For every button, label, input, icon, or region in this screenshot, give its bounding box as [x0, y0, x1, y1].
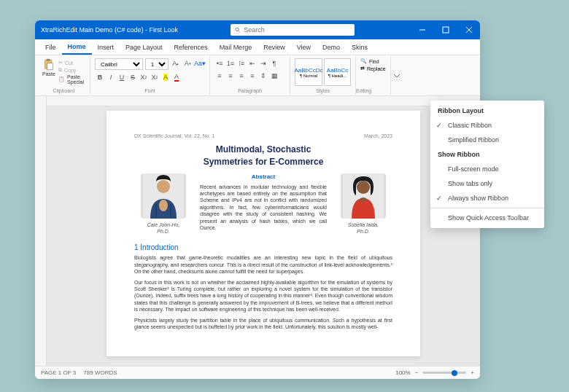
- page-indicator[interactable]: PAGE 1 OF 3: [41, 369, 76, 376]
- menu-tabs-only[interactable]: Show tabs only: [430, 176, 544, 191]
- group-label: Font: [90, 88, 209, 93]
- copy-button[interactable]: ⧉Copy: [58, 67, 85, 73]
- svg-point-13: [357, 181, 370, 194]
- paragraph: Biologists agree that game-theoretic mod…: [134, 254, 392, 275]
- menu-always-show[interactable]: Always show Ribbon: [430, 191, 544, 205]
- align-left-button[interactable]: ≡: [214, 71, 225, 81]
- svg-point-14: [360, 197, 367, 202]
- author-2: Sobella Iaida, Ph.D.: [334, 173, 392, 235]
- menu-references[interactable]: References: [169, 41, 214, 54]
- titlebar: XtraRichEdit Main Demo (C# code) - First…: [35, 20, 480, 39]
- zoom-out-button[interactable]: −: [415, 369, 419, 376]
- paste-button[interactable]: Paste: [42, 58, 55, 85]
- align-justify-button[interactable]: ≡: [247, 71, 258, 81]
- paragraph: Physicists largely study the partition t…: [134, 317, 392, 331]
- horizontal-ruler[interactable]: [47, 96, 480, 106]
- group-styles: AaBbCcDc ¶ Normal AaBbCc ¶ Headi... Styl…: [290, 57, 356, 94]
- menu-mail-merge[interactable]: Mail Merge: [214, 41, 258, 54]
- find-icon: 🔍: [360, 58, 367, 64]
- zoom-in-button[interactable]: +: [471, 369, 474, 376]
- search-input[interactable]: [244, 26, 350, 34]
- menu-demo[interactable]: Demo: [317, 41, 346, 54]
- window-title: XtraRichEdit Main Demo (C# code) - First…: [41, 26, 187, 34]
- pilcrow-button[interactable]: ¶: [269, 58, 279, 68]
- line-spacing-button[interactable]: ⇕: [258, 71, 268, 81]
- italic-button[interactable]: I: [106, 72, 116, 82]
- numbering-button[interactable]: 1≡: [225, 58, 236, 68]
- statusbar: PAGE 1 OF 3 789 WORDS 100% − +: [35, 366, 480, 379]
- align-center-button[interactable]: ≡: [225, 71, 236, 81]
- cut-button[interactable]: ✂Cut: [58, 60, 85, 66]
- replace-icon: ⇄: [360, 66, 365, 71]
- menu-skins[interactable]: Skins: [346, 41, 373, 54]
- menu-show-qat[interactable]: Show Quick Access Toolbar: [430, 211, 544, 225]
- document-area: DX Scientific Journal, Vol. 22, No. 1 Ma…: [35, 96, 480, 366]
- maximize-button[interactable]: [441, 25, 451, 35]
- strike-button[interactable]: S: [128, 72, 138, 82]
- search-icon: [235, 27, 241, 34]
- menu-insert[interactable]: Insert: [92, 41, 120, 54]
- close-button[interactable]: [464, 25, 474, 35]
- indent-button[interactable]: ⇥: [258, 58, 268, 68]
- svg-point-10: [157, 180, 170, 193]
- align-right-button[interactable]: ≡: [236, 71, 247, 81]
- group-font: Calibri 12 A▴ A▾ Aa▾ B I U S X2 X2 A A F…: [90, 57, 210, 94]
- menu-file[interactable]: File: [39, 41, 62, 54]
- underline-button[interactable]: U: [117, 72, 127, 82]
- section-heading: 1 Introduction: [134, 243, 392, 253]
- outdent-button[interactable]: ⇤: [247, 58, 258, 68]
- superscript-button[interactable]: X2: [150, 72, 160, 82]
- menu-view[interactable]: View: [291, 41, 317, 54]
- menu-home[interactable]: Home: [62, 40, 92, 55]
- menu-fullscreen[interactable]: Full-screen mode: [430, 162, 544, 176]
- ribbon: Paste ✂Cut ⧉Copy 📋Paste Special Clipboar…: [35, 55, 480, 96]
- find-button[interactable]: 🔍Find: [360, 58, 386, 64]
- menu-heading: Ribbon Layout: [430, 103, 544, 118]
- zoom-slider[interactable]: [422, 372, 466, 374]
- svg-point-0: [236, 28, 239, 31]
- author-1-photo: [141, 173, 186, 219]
- highlight-button[interactable]: A: [160, 72, 171, 82]
- group-paragraph: •≡ 1≡ ⁝≡ ⇤ ⇥ ¶ ≡ ≡ ≡ ≡ ⇕ ▦ Paragraph: [210, 57, 290, 94]
- group-label: Styles: [290, 88, 355, 93]
- font-size-select[interactable]: 12: [145, 58, 169, 70]
- replace-button[interactable]: ⇄Replace: [360, 66, 386, 71]
- doc-title: Multimodal, Stochastic Symmetries for E-…: [134, 144, 392, 167]
- shrink-font-button[interactable]: A▾: [182, 58, 193, 68]
- document-page[interactable]: DX Scientific Journal, Vol. 22, No. 1 Ma…: [107, 111, 420, 356]
- paste-special-button[interactable]: 📋Paste Special: [58, 74, 85, 85]
- grow-font-button[interactable]: A▴: [171, 58, 181, 68]
- menu-simplified-ribbon[interactable]: Simplified Ribbon: [430, 133, 544, 147]
- font-color-button[interactable]: A: [171, 72, 182, 82]
- svg-rect-3: [443, 27, 449, 33]
- menubar: File Home Insert Page Layout References …: [35, 39, 480, 55]
- word-count[interactable]: 789 WORDS: [83, 369, 117, 376]
- subscript-button[interactable]: X2: [139, 72, 149, 82]
- menu-page-layout[interactable]: Page Layout: [120, 41, 169, 54]
- ribbon-options-button[interactable]: [391, 57, 403, 94]
- shading-button[interactable]: ▦: [269, 71, 279, 81]
- minimize-button[interactable]: [417, 25, 427, 35]
- menu-classic-ribbon[interactable]: Classic Ribbon: [430, 118, 544, 133]
- style-heading[interactable]: AaBbCc ¶ Headi...: [324, 58, 351, 86]
- menu-heading: Show Ribbon: [430, 147, 544, 162]
- font-case-button[interactable]: Aa▾: [195, 58, 205, 68]
- menu-separator: [430, 208, 544, 208]
- bullets-button[interactable]: •≡: [214, 58, 225, 68]
- paste-icon: [42, 58, 55, 71]
- author-2-photo: [341, 173, 386, 219]
- vertical-ruler[interactable]: [35, 96, 47, 366]
- style-normal[interactable]: AaBbCcDc ¶ Normal: [295, 58, 322, 86]
- app-window: XtraRichEdit Main Demo (C# code) - First…: [35, 20, 480, 379]
- menu-review[interactable]: Review: [258, 41, 291, 54]
- svg-line-1: [239, 31, 240, 32]
- svg-point-11: [159, 200, 168, 211]
- font-name-select[interactable]: Calibri: [95, 58, 143, 70]
- bold-button[interactable]: B: [95, 72, 105, 82]
- zoom-thumb[interactable]: [452, 370, 457, 376]
- multilevel-button[interactable]: ⁝≡: [236, 58, 247, 68]
- zoom-level: 100%: [395, 369, 410, 376]
- group-label: Editing: [356, 88, 390, 93]
- search-box[interactable]: [231, 24, 355, 36]
- author-1: Cale Joon-Ho, Ph.D.: [134, 173, 193, 235]
